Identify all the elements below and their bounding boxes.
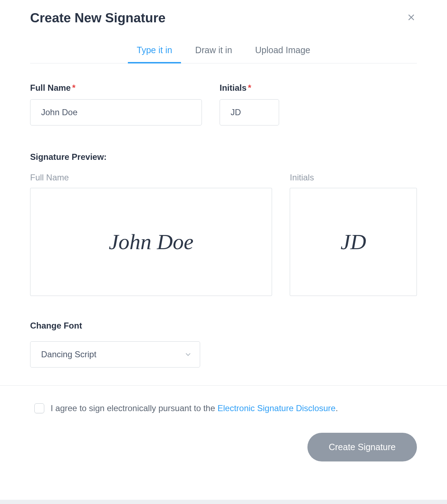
tabs: Type it in Draw it in Upload Image bbox=[30, 45, 417, 63]
input-row: Full Name* Initials* bbox=[30, 83, 417, 125]
initials-label-text: Initials bbox=[220, 83, 247, 93]
bottom-bar bbox=[0, 500, 447, 504]
fullname-input[interactable] bbox=[30, 99, 202, 125]
tab-upload-image[interactable]: Upload Image bbox=[255, 45, 310, 63]
agree-text-post: . bbox=[335, 403, 338, 413]
initials-label: Initials* bbox=[220, 83, 279, 93]
close-icon bbox=[407, 13, 415, 21]
change-font-label: Change Font bbox=[30, 321, 417, 331]
preview-initials-text: JD bbox=[341, 229, 366, 254]
preview-row: Full Name John Doe Initials JD bbox=[30, 173, 417, 296]
agree-checkbox[interactable] bbox=[34, 403, 44, 413]
button-row: Create Signature bbox=[30, 433, 417, 461]
modal-header: Create New Signature bbox=[30, 11, 417, 26]
agree-text: I agree to sign electronically pursuant … bbox=[51, 403, 338, 413]
agree-row: I agree to sign electronically pursuant … bbox=[34, 403, 417, 413]
preview-fullname-box: John Doe bbox=[30, 188, 272, 296]
preview-fullname-col: Full Name John Doe bbox=[30, 173, 272, 296]
tab-draw-it-in[interactable]: Draw it in bbox=[195, 45, 232, 63]
disclosure-link[interactable]: Electronic Signature Disclosure bbox=[217, 403, 335, 413]
create-signature-button[interactable]: Create Signature bbox=[307, 433, 417, 461]
preview-fullname-label: Full Name bbox=[30, 173, 272, 183]
required-indicator: * bbox=[248, 83, 251, 93]
initials-input[interactable] bbox=[220, 99, 279, 125]
fullname-group: Full Name* bbox=[30, 83, 202, 125]
modal-footer: I agree to sign electronically pursuant … bbox=[0, 385, 447, 476]
font-select-wrapper: Dancing Script bbox=[30, 341, 200, 368]
preview-initials-col: Initials JD bbox=[290, 173, 417, 296]
preview-initials-box: JD bbox=[290, 188, 417, 296]
fullname-label: Full Name* bbox=[30, 83, 202, 93]
agree-text-pre: I agree to sign electronically pursuant … bbox=[51, 403, 217, 413]
fullname-label-text: Full Name bbox=[30, 83, 71, 93]
preview-initials-label: Initials bbox=[290, 173, 417, 183]
font-select[interactable]: Dancing Script bbox=[30, 341, 200, 368]
close-button[interactable] bbox=[406, 12, 417, 24]
preview-fullname-text: John Doe bbox=[109, 229, 193, 254]
preview-section-title: Signature Preview: bbox=[30, 152, 417, 162]
required-indicator: * bbox=[72, 83, 75, 93]
modal-title: Create New Signature bbox=[30, 11, 165, 26]
initials-group: Initials* bbox=[220, 83, 279, 125]
tab-type-it-in[interactable]: Type it in bbox=[137, 45, 172, 63]
